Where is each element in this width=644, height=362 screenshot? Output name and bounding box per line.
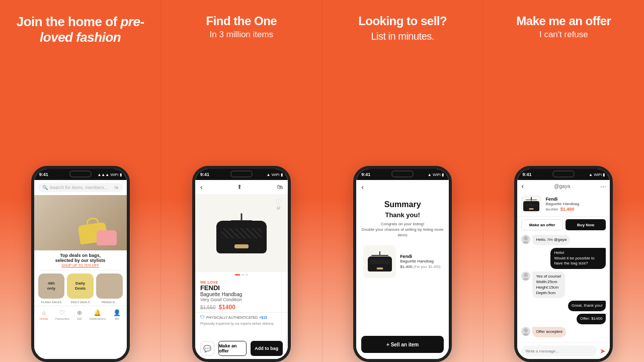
nav-notifications-label: Notifications (90, 317, 106, 320)
panel2-status-bar: 9:41 ▲ WiFi ▮ (195, 169, 288, 180)
nav-home-label: Home (40, 317, 48, 320)
nav-me[interactable]: 👤 Me (113, 309, 121, 320)
old-price: $1,550 (200, 305, 216, 310)
more-options-icon[interactable]: ··· (601, 183, 606, 190)
make-offer-button[interactable]: Make an offer (521, 219, 563, 230)
comment-button[interactable]: 💬 (200, 341, 214, 355)
thank-you-text: Thank you! (385, 211, 420, 219)
panel3-item-info: Fendi Baguette Handbag $1,400 (For you: … (400, 254, 442, 269)
panel2-action-bar: 💬 Make an offer Add to bag (195, 338, 288, 359)
panel4-headline1: Make me an offer (496, 14, 632, 29)
panel1-search-bar[interactable]: 🔍 Search for items, members... 🛍 (38, 183, 123, 192)
chat-username: @gaya (527, 184, 597, 189)
category-prada[interactable] (96, 274, 123, 299)
panel1-phone: 9:41 ▲▲▲ WiFi ▮ 🔍 Search for items, memb… (31, 166, 130, 362)
dot-3 (246, 274, 248, 276)
cat-label-daily: DAILY DEALS (67, 301, 94, 304)
search-icon: 🔍 (42, 185, 48, 190)
home-icon: ⌂ (42, 309, 45, 316)
panel2-headline1: Find the One (173, 14, 309, 29)
panel2-headline2: In 3 million items (173, 30, 309, 40)
panel3-status-bar: 9:41 ▲ WiFi ▮ (356, 169, 449, 180)
panel3-phone-wrap: 9:41 ▲ WiFi ▮ ‹ Summary Thank you! Congr… (323, 43, 483, 362)
back-icon[interactable]: ‹ (200, 183, 203, 191)
panel1-hero-image (34, 195, 127, 250)
panel3-body: ‹ Summary Thank you! Congrats on your li… (356, 180, 449, 359)
panel1-shop-link[interactable]: SHOP UP TO 70% OFF (34, 263, 127, 269)
send-button[interactable]: ➤ (600, 347, 606, 355)
panel-sell: Looking to sell?List in minutes. 9:41 ▲ … (322, 0, 483, 362)
panel1-body: 🔍 Search for items, members... 🛍 Top dea… (34, 180, 127, 359)
panel4-phone-wrap: 9:41 ▲ WiFi ▮ ‹ @gaya ··· (484, 40, 644, 362)
panel2-brand-info: WE LOVE FENDI Baguette Handbag Very Good… (195, 278, 288, 312)
fendi-bag-illustration (216, 213, 267, 253)
pink-bag-illustration (97, 230, 117, 245)
summary-title: Summary (384, 200, 421, 209)
panel1-headline: Join the home of pre-loved fashion (12, 14, 148, 45)
panel4-time: 9:41 (522, 172, 531, 177)
back-icon[interactable]: ‹ (521, 182, 524, 190)
profile-icon: 👤 (113, 309, 121, 316)
buy-now-button[interactable]: Buy Now (566, 219, 606, 230)
auth-price: +$15 (259, 316, 267, 319)
category-daily-deals[interactable]: Daily Deals (67, 274, 94, 299)
sell-item-button[interactable]: + Sell an item (361, 336, 444, 353)
message-bubble: Hello!Would it be possible to have the b… (550, 248, 606, 269)
heart-icon: ♡ (59, 309, 65, 316)
back-icon[interactable]: ‹ (361, 183, 364, 191)
congrats-line1: Congrats on your listing! (381, 222, 424, 226)
panel1-top-deals-text: Top deals on bags,selected by our stylis… (34, 250, 127, 263)
svg-point-5 (522, 333, 529, 336)
nav-sell[interactable]: ⊕ Sell (77, 309, 82, 320)
message-row: Great, thank you! (521, 301, 606, 311)
dot-2 (242, 274, 244, 276)
panel3-phone: 9:41 ▲ WiFi ▮ ‹ Summary Thank you! Congr… (353, 166, 452, 362)
cart-icon[interactable]: 🛍 (277, 184, 283, 191)
congrats-text: Congrats on your listing! Double your ch… (361, 221, 444, 238)
add-to-bag-button[interactable]: Add to bag (251, 341, 283, 356)
cat-label-flash: FLASH SALES (38, 301, 65, 304)
svg-point-1 (522, 241, 529, 244)
panel2-phone-wrap: 9:41 ▲ WiFi ▮ ‹ ⬆ 🛍 ♡ (161, 40, 321, 362)
auth-text: PHYSICALLY AUTHENTICATED (206, 316, 258, 319)
panel4-phone: 9:41 ▲ WiFi ▮ ‹ @gaya ··· (514, 166, 613, 362)
panel-join: Join the home of pre-loved fashion 9:41 … (0, 0, 160, 362)
panel1-header: Join the home of pre-loved fashion (0, 0, 160, 45)
shield-icon: 🛡 (200, 315, 205, 320)
nav-sell-label: Sell (77, 317, 82, 320)
heart-count: 12 (276, 206, 280, 210)
nav-me-label: Me (115, 317, 119, 320)
panel4-product-bar: Fendi Baguette Handbag $1,550 $1,400 (517, 192, 610, 217)
product-name: Baguette Handbag (545, 202, 606, 206)
share-icon[interactable]: ⬆ (237, 184, 242, 191)
message-bubble: Offer accepted (532, 327, 566, 337)
dot-1 (235, 274, 240, 276)
panel2-auth-badge: 🛡 PHYSICALLY AUTHENTICATED +$15 (195, 312, 288, 322)
message-row: Hello, I'm @gaya (521, 235, 606, 245)
avatar (521, 327, 530, 336)
panel4-product-info: Fendi Baguette Handbag $1,550 $1,400 (545, 197, 606, 212)
panel3-status-icons: ▲ WiFi ▮ (428, 172, 444, 177)
panel3-content: Summary Thank you! Congrats on your list… (356, 194, 449, 359)
svg-point-2 (524, 273, 528, 277)
nav-favourites[interactable]: ♡ Favourites (55, 309, 69, 320)
nav-notifications[interactable]: 🔔 Notifications (90, 309, 106, 320)
panel3-item-image (363, 245, 396, 278)
panel2-heart-save[interactable]: ♡ 12 (275, 198, 282, 210)
message-row: Hello!Would it be possible to have the b… (521, 248, 606, 269)
item-name: Baguette Handbag (200, 292, 283, 297)
panel2-auth-subtitle: Physically inspected by our experts befo… (195, 322, 288, 327)
message-input[interactable] (521, 345, 597, 356)
panel2-image-dots (195, 272, 288, 278)
make-offer-button[interactable]: Make an offer (218, 341, 247, 356)
nav-home[interactable]: ⌂ Home (40, 309, 48, 320)
panel4-top-bar: ‹ @gaya ··· (517, 180, 610, 192)
cat-label-prada: PRADA D... (96, 301, 123, 304)
product-brand: Fendi (545, 197, 606, 202)
svg-point-3 (522, 278, 529, 281)
panel1-categories: 48h only Daily Deals (34, 272, 127, 301)
category-daily-label: Daily Deals (75, 281, 86, 291)
your-price: (For you: $1,400) (414, 265, 441, 268)
panel4-body: ‹ @gaya ··· (517, 180, 610, 359)
category-flash-sales[interactable]: 48h only (38, 274, 65, 299)
